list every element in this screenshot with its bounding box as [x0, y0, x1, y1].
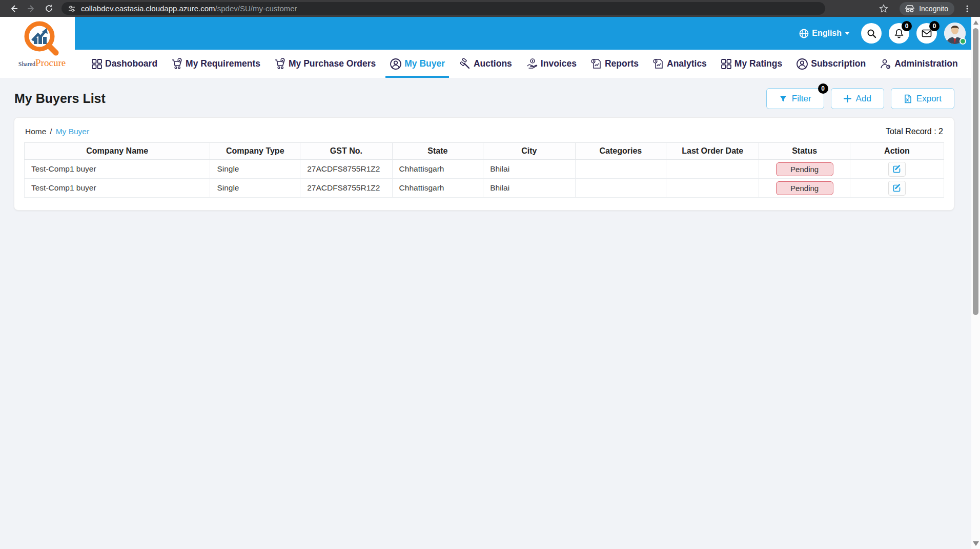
- cell-gst-no: 27ACDFS8755R1Z2: [300, 160, 392, 179]
- browser-menu-icon[interactable]: [961, 2, 974, 15]
- table-row: Test-Comp1 buyer Single 27ACDFS8755R1Z2 …: [25, 179, 944, 198]
- hand-coin-icon: [526, 58, 538, 70]
- page-content: My Buyers List Filter 0 Add Export Home …: [0, 78, 980, 521]
- main-nav: Dashoboard My Requirements My Purchase O…: [0, 50, 980, 78]
- brand-name: SharedProcure: [13, 58, 71, 68]
- cell-last-order-date: [666, 179, 759, 198]
- nav-label: Dashoboard: [105, 58, 157, 69]
- breadcrumb: Home / My Buyer: [25, 127, 89, 136]
- col-state: State: [392, 143, 483, 160]
- total-record-count: Total Record : 2: [886, 127, 943, 136]
- cell-company-type: Single: [210, 160, 300, 179]
- table-header-row: Company Name Company Type GST No. State …: [25, 143, 944, 160]
- person-circle-icon: [390, 58, 402, 70]
- language-selector[interactable]: English: [799, 29, 850, 38]
- nav-item-my-buyer[interactable]: My Buyer: [390, 50, 445, 78]
- notifications-button[interactable]: 0: [889, 23, 909, 44]
- messages-button[interactable]: 0: [916, 23, 937, 44]
- nav-label: My Purchase Orders: [289, 58, 376, 69]
- nav-label: Subscription: [811, 58, 866, 69]
- incognito-badge: Incognito: [900, 2, 954, 15]
- cell-company-name: Test-Comp1 buyer: [25, 179, 210, 198]
- add-button[interactable]: Add: [831, 88, 884, 109]
- edit-button[interactable]: [888, 162, 906, 177]
- scroll-down-arrow-icon[interactable]: [973, 541, 979, 546]
- analytics-chart-icon: [652, 58, 664, 70]
- nav-item-dashboard[interactable]: Dashoboard: [91, 50, 157, 78]
- chevron-down-icon: [845, 32, 850, 35]
- person-circle-icon: [796, 58, 808, 70]
- gavel-icon: [459, 58, 471, 70]
- grid-icon: [721, 58, 732, 70]
- export-button-label: Export: [916, 94, 942, 104]
- search-button[interactable]: [861, 23, 882, 44]
- status-badge[interactable]: Pending: [776, 162, 833, 176]
- nav-item-subscription[interactable]: Subscription: [796, 50, 866, 78]
- nav-label: Auctions: [474, 58, 512, 69]
- address-bar[interactable]: collabdev.eastasia.cloudapp.azure.com/sp…: [62, 2, 825, 15]
- plus-icon: [844, 95, 851, 102]
- topbar: English 0 0: [75, 17, 980, 50]
- scroll-up-arrow-icon[interactable]: [973, 20, 978, 25]
- cell-state: Chhattisgarh: [392, 160, 483, 179]
- reload-icon[interactable]: [42, 2, 55, 15]
- col-company-type: Company Type: [210, 143, 300, 160]
- col-city: City: [483, 143, 575, 160]
- nav-item-invoices[interactable]: Invoices: [526, 50, 577, 78]
- nav-label: Reports: [605, 58, 639, 69]
- page-scrollbar[interactable]: [971, 17, 980, 549]
- nav-item-reports[interactable]: Reports: [590, 50, 639, 78]
- cell-gst-no: 27ACDFS8755R1Z2: [300, 179, 392, 198]
- cell-city: Bhilai: [483, 179, 575, 198]
- filter-funnel-icon: [779, 95, 787, 103]
- edit-pencil-icon: [893, 165, 901, 173]
- grid-icon: [91, 58, 103, 70]
- cell-categories: [575, 160, 666, 179]
- nav-item-administration[interactable]: Administration: [880, 50, 957, 78]
- url-text: collabdev.eastasia.cloudapp.azure.com/sp…: [81, 4, 297, 13]
- table-row: Test-Comp1 buyer Single 27ACDFS8755R1Z2 …: [25, 160, 944, 179]
- nav-item-auctions[interactable]: Auctions: [459, 50, 512, 78]
- message-count-badge: 0: [929, 21, 940, 31]
- back-icon[interactable]: [7, 2, 21, 15]
- col-status: Status: [759, 143, 850, 160]
- col-company-name: Company Name: [25, 143, 210, 160]
- filter-button[interactable]: Filter 0: [766, 88, 824, 109]
- bookmark-star-icon[interactable]: [877, 2, 890, 15]
- person-gear-icon: [880, 58, 892, 70]
- export-button[interactable]: Export: [891, 88, 954, 109]
- edit-button[interactable]: [888, 181, 906, 196]
- nav-item-my-requirements[interactable]: My Requirements: [171, 50, 260, 78]
- scrollbar-thumb[interactable]: [973, 28, 978, 315]
- nav-label: Analytics: [667, 58, 707, 69]
- app-header: SharedProcure English 0 0: [0, 17, 980, 78]
- add-button-label: Add: [856, 94, 871, 104]
- filter-button-label: Filter: [792, 94, 811, 104]
- cell-city: Bhilai: [483, 160, 575, 179]
- nav-item-my-purchase-orders[interactable]: My Purchase Orders: [274, 50, 376, 78]
- cell-categories: [575, 179, 666, 198]
- breadcrumb-current[interactable]: My Buyer: [56, 127, 89, 136]
- nav-label: My Buyer: [404, 58, 445, 69]
- col-categories: Categories: [575, 143, 666, 160]
- status-badge[interactable]: Pending: [776, 181, 833, 195]
- globe-icon: [799, 29, 809, 38]
- breadcrumb-home[interactable]: Home: [25, 127, 46, 136]
- brand-logo[interactable]: SharedProcure: [13, 21, 71, 68]
- cell-last-order-date: [666, 160, 759, 179]
- user-avatar[interactable]: [944, 23, 966, 44]
- col-gst-no: GST No.: [300, 143, 392, 160]
- mail-icon: [922, 29, 932, 37]
- breadcrumb-separator: /: [50, 127, 52, 136]
- cell-state: Chhattisgarh: [392, 179, 483, 198]
- notification-count-badge: 0: [902, 21, 912, 31]
- col-action: Action: [850, 143, 944, 160]
- report-chart-icon: [590, 58, 602, 70]
- forward-icon[interactable]: [25, 2, 38, 15]
- nav-item-my-ratings[interactable]: My Ratings: [721, 50, 782, 78]
- incognito-label: Incognito: [919, 5, 948, 13]
- nav-item-analytics[interactable]: Analytics: [652, 50, 707, 78]
- language-label: English: [812, 29, 842, 38]
- nav-label: Administration: [894, 58, 957, 69]
- site-settings-icon[interactable]: [68, 5, 76, 13]
